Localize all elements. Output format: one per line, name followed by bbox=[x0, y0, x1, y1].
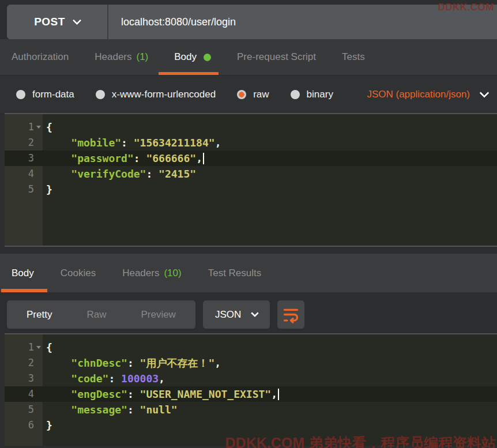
tab-cookies[interactable]: Cookies bbox=[61, 254, 96, 292]
code-token: "password" bbox=[71, 152, 133, 164]
code-line: 3 "password": "666666", bbox=[5, 150, 497, 166]
format-label: JSON bbox=[215, 309, 241, 321]
line-number: 1 bbox=[5, 340, 43, 355]
code-text: "code": 100003, bbox=[43, 371, 497, 386]
code-text: } bbox=[43, 182, 497, 197]
tab-body[interactable]: Body bbox=[174, 39, 211, 75]
method-dropdown[interactable]: POST bbox=[7, 5, 107, 39]
tab-headers[interactable]: Headers (1) bbox=[95, 39, 148, 75]
code-text: { bbox=[43, 119, 497, 135]
radio-label: x-www-form-urlencoded bbox=[112, 89, 216, 100]
radio-x-www-form-urlencoded[interactable]: x-www-form-urlencoded bbox=[96, 89, 216, 100]
code-token: : bbox=[127, 404, 140, 416]
response-toolbar: Pretty Raw Preview JSON bbox=[0, 292, 497, 333]
headers-count-badge: (1) bbox=[137, 51, 149, 63]
tab-label: Headers bbox=[95, 51, 131, 63]
line-number: 4 bbox=[5, 386, 43, 402]
body-type-row: form-data x-www-form-urlencoded raw bina… bbox=[0, 75, 497, 113]
code-text: "chnDesc": "用户不存在！", bbox=[43, 355, 497, 371]
code-token: : bbox=[134, 152, 146, 164]
code-text: "mobile": "15634211184", bbox=[43, 135, 497, 150]
fold-arrow-icon[interactable] bbox=[36, 126, 41, 129]
code-token: "chnDesc" bbox=[71, 357, 127, 369]
tab-label: Tests bbox=[342, 51, 365, 63]
chevron-down-icon bbox=[73, 16, 82, 25]
request-tab-bar: Authorization Headers (1) Body Pre-reque… bbox=[0, 39, 497, 75]
code-token: } bbox=[46, 419, 52, 431]
text-cursor bbox=[278, 389, 279, 400]
code-token bbox=[46, 137, 71, 149]
code-token bbox=[46, 152, 71, 164]
code-line: 5} bbox=[5, 182, 497, 197]
body-filled-dot-icon bbox=[204, 54, 211, 61]
code-token bbox=[46, 404, 71, 416]
wrap-text-icon bbox=[282, 306, 300, 323]
response-format-dropdown[interactable]: JSON bbox=[203, 300, 270, 329]
line-number: 1 bbox=[5, 119, 43, 135]
raw-button[interactable]: Raw bbox=[69, 300, 123, 329]
radio-label: binary bbox=[307, 89, 333, 100]
watermark-bottom: DDKK.COM 弟弟快看，程序员编程资料站 bbox=[225, 434, 496, 448]
code-token: "mobile" bbox=[71, 137, 121, 149]
tab-test-results[interactable]: Test Results bbox=[208, 254, 262, 292]
code-text: "verifyCode": "2415" bbox=[43, 166, 497, 182]
code-token: 100003 bbox=[121, 372, 159, 385]
line-number: 3 bbox=[5, 371, 43, 386]
radio-form-data[interactable]: form-data bbox=[16, 89, 74, 100]
content-type-label: JSON (application/json) bbox=[367, 89, 470, 100]
line-number: 3 bbox=[5, 150, 43, 166]
code-token: , bbox=[196, 152, 202, 164]
url-bar: POST localhost:8080/user/login bbox=[7, 5, 497, 39]
radio-label: raw bbox=[253, 89, 269, 100]
code-token: { bbox=[46, 341, 52, 353]
tab-label: Body bbox=[12, 268, 34, 279]
code-line: 2 "chnDesc": "用户不存在！", bbox=[5, 355, 497, 371]
code-token bbox=[46, 168, 71, 180]
content-type-dropdown[interactable]: JSON (application/json) bbox=[367, 89, 491, 100]
wrap-text-button[interactable] bbox=[277, 300, 304, 329]
code-line: 3 "code": 100003, bbox=[5, 371, 497, 386]
code-token: , bbox=[159, 372, 165, 385]
pretty-button[interactable]: Pretty bbox=[9, 300, 69, 329]
preview-button[interactable]: Preview bbox=[123, 300, 193, 329]
response-body-editor[interactable]: 1{2 "chnDesc": "用户不存在！",3 "code": 100003… bbox=[5, 333, 497, 446]
code-token: "engDesc" bbox=[71, 388, 127, 400]
code-line: 2 "mobile": "15634211184", bbox=[5, 135, 497, 150]
tab-label: Authorization bbox=[12, 51, 69, 63]
code-token bbox=[46, 357, 71, 369]
code-token: "verifyCode" bbox=[71, 168, 146, 180]
code-line: 1{ bbox=[5, 119, 497, 135]
radio-raw[interactable]: raw bbox=[237, 89, 269, 100]
watermark-top: DDKK.COM bbox=[438, 2, 495, 13]
code-text: } bbox=[43, 417, 497, 433]
code-token: "message" bbox=[71, 404, 127, 416]
code-token: "用户不存在！" bbox=[140, 357, 215, 369]
code-text: "message": "null" bbox=[43, 402, 497, 417]
line-number: 5 bbox=[5, 182, 43, 197]
tab-response-headers[interactable]: Headers (10) bbox=[122, 254, 182, 292]
code-token: "code" bbox=[71, 372, 108, 385]
headers-count-badge: (10) bbox=[164, 268, 181, 279]
tab-tests[interactable]: Tests bbox=[342, 39, 365, 75]
code-token: : bbox=[127, 388, 140, 400]
response-tab-bar: Body Cookies Headers (10) Test Results bbox=[0, 254, 497, 292]
code-token: } bbox=[46, 183, 52, 195]
code-token bbox=[46, 388, 71, 400]
tab-label: Headers bbox=[122, 268, 159, 279]
code-token: "null" bbox=[140, 404, 178, 416]
code-token: : bbox=[108, 372, 121, 385]
text-cursor bbox=[203, 153, 204, 164]
radio-binary[interactable]: binary bbox=[291, 89, 333, 100]
code-token: : bbox=[121, 137, 134, 149]
radio-icon bbox=[291, 90, 300, 99]
tab-pre-request-script[interactable]: Pre-request Script bbox=[237, 39, 316, 75]
tab-response-body[interactable]: Body bbox=[12, 254, 34, 292]
request-body-editor[interactable]: 1{2 "mobile": "15634211184",3 "password"… bbox=[5, 113, 497, 247]
code-text: "password": "666666", bbox=[43, 150, 497, 166]
tab-authorization[interactable]: Authorization bbox=[12, 39, 69, 75]
code-token: { bbox=[46, 121, 52, 133]
tab-label: Pre-request Script bbox=[237, 51, 316, 63]
code-line: 4 "verifyCode": "2415" bbox=[5, 166, 497, 182]
fold-arrow-icon[interactable] bbox=[36, 346, 41, 349]
code-token: , bbox=[214, 357, 221, 369]
